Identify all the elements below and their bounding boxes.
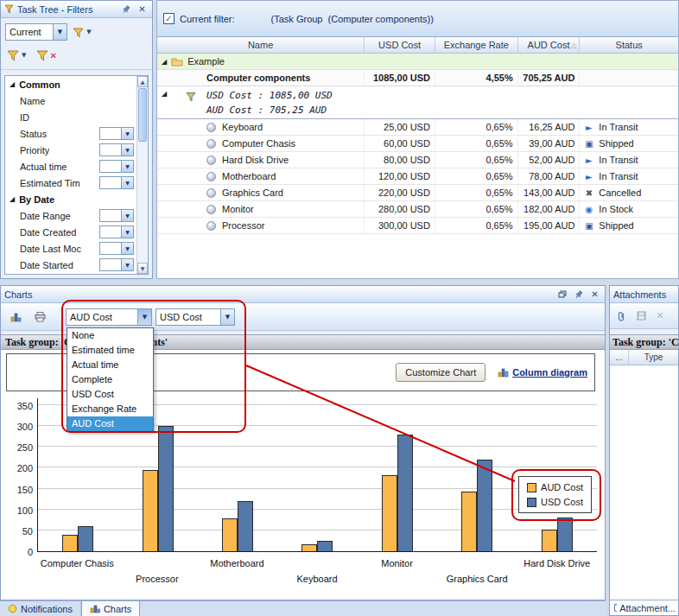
filter-group-header[interactable]: ◢Common <box>5 76 136 92</box>
chevron-down-icon[interactable]: ▼ <box>53 24 67 40</box>
tab-charts[interactable]: Charts <box>81 601 140 616</box>
filter-item-date-started[interactable]: Date Started▼ <box>5 257 136 273</box>
dropdown-option-none[interactable]: None <box>67 328 153 343</box>
filter-item-date-last-moc[interactable]: Date Last Moc▼ <box>5 240 136 257</box>
filter-item-actual-time[interactable]: Actual time▼ <box>5 158 136 175</box>
customize-chart-button[interactable]: Customize Chart <box>396 363 485 382</box>
filter-item-date-range[interactable]: Date Range▼ <box>5 207 136 224</box>
filter-item-combo[interactable]: ▼ <box>99 258 134 271</box>
filter-item-combo[interactable]: ▼ <box>99 209 134 222</box>
task-name: Hard Disk Drive <box>222 155 289 165</box>
close-icon[interactable]: ✕ <box>136 3 149 16</box>
task-row[interactable]: Monitor280,00 USD0,65%182,00 AUD◉In Stoc… <box>157 201 678 218</box>
task-row[interactable]: Processor300,00 USD0,65%195,00 AUD▣Shipp… <box>157 218 678 234</box>
task-row[interactable]: Keyboard25,00 USD0,65%16,25 AUD►In Trans… <box>157 119 678 136</box>
task-row[interactable]: Graphics Card220,00 USD0,65%143,00 AUD✖C… <box>157 185 678 201</box>
filter-item-id[interactable]: ID <box>5 109 136 125</box>
dropdown-option-actual-time[interactable]: Actual time <box>67 358 153 372</box>
column-header-label: Name <box>248 40 273 50</box>
filter-item-combo[interactable]: ▼ <box>99 143 134 156</box>
task-group-summary-row[interactable]: Computer components 1085,00 USD 4,55% 70… <box>157 70 678 86</box>
chevron-down-icon[interactable]: ▼ <box>121 210 133 221</box>
delete-attachment-button[interactable]: ✕ <box>652 307 668 326</box>
task-bullet-icon <box>206 123 216 132</box>
expand-triangle-icon[interactable]: ◢ <box>162 90 167 98</box>
status-cell: ►In Transit <box>580 168 678 184</box>
chevron-down-icon[interactable]: ▼ <box>121 243 133 254</box>
chevron-down-icon[interactable]: ▼ <box>121 128 133 139</box>
series2-combo-value: USD Cost <box>156 309 220 325</box>
grid-body: ◢ Example Computer components 1085,00 US… <box>157 54 678 234</box>
scroll-up-icon[interactable]: ▲ <box>137 76 148 87</box>
pin-icon[interactable] <box>572 288 585 301</box>
disk-icon <box>637 311 646 321</box>
dropdown-option-exchange-rate[interactable]: Exchange Rate <box>67 402 153 416</box>
dropdown-option-estimated-time[interactable]: Estimated time <box>67 343 153 358</box>
bar-aud-cost <box>542 530 557 551</box>
dropdown-option-usd-cost[interactable]: USD Cost <box>67 387 153 402</box>
current-filter-label: Current filter: <box>180 14 235 24</box>
filter-item-name[interactable]: Name <box>5 92 136 109</box>
clear-filter-button[interactable]: ✕ <box>35 46 57 65</box>
tab-notifications[interactable]: Notifications <box>0 601 81 616</box>
apply-filter-button[interactable]: ▼ <box>6 46 27 65</box>
legend-item-aud-cost[interactable]: AUD Cost <box>527 482 583 492</box>
legend-marker <box>527 498 536 507</box>
filter-item-combo[interactable]: ▼ <box>99 176 134 189</box>
filter-funnel-icon <box>4 4 14 14</box>
group-row-example[interactable]: ◢ Example <box>157 54 678 70</box>
dropdown-option-complete[interactable]: Complete <box>67 372 153 387</box>
column-header-exchange-rate[interactable]: Exchange Rate <box>435 37 518 53</box>
close-icon[interactable]: ✕ <box>588 288 601 301</box>
tab-attachments[interactable]: Attachment... <box>610 600 678 615</box>
print-button[interactable] <box>29 308 50 327</box>
series1-combo-value: AUD Cost <box>67 309 137 325</box>
attachment-type-column[interactable]: Type <box>629 350 678 365</box>
chevron-down-icon[interactable]: ▼ <box>121 259 133 270</box>
chevron-down-icon[interactable]: ▼ <box>121 226 133 238</box>
chart-type-button[interactable] <box>5 308 26 327</box>
scrollbar-thumb[interactable] <box>138 88 147 142</box>
filter-item-date-created[interactable]: Date Created▼ <box>5 224 136 240</box>
save-attachment-button[interactable] <box>632 307 650 326</box>
filter-item-status[interactable]: Status▼ <box>5 125 136 142</box>
column-header-usd-cost[interactable]: USD Cost <box>365 37 435 53</box>
attachment-icon-column[interactable]: ... <box>610 350 629 365</box>
column-header-name[interactable]: Name <box>157 37 365 53</box>
filter-item-combo[interactable]: ▼ <box>99 225 134 238</box>
task-row[interactable]: Computer Chasis60,00 USD0,65%39,00 AUD▣S… <box>157 136 678 152</box>
filter-item-combo[interactable]: ▼ <box>99 160 134 173</box>
bar-group-graphics-card <box>437 398 517 551</box>
filter-item-label: Status <box>20 129 47 139</box>
filter-group-header[interactable]: ◢By Date <box>5 191 136 207</box>
task-row[interactable]: Hard Disk Drive80,00 USD0,65%52,00 AUD►I… <box>157 152 678 168</box>
notifications-icon <box>8 604 17 613</box>
filter-item-combo[interactable]: ▼ <box>99 242 134 255</box>
dropdown-option-aud-cost[interactable]: AUD Cost <box>67 416 153 431</box>
chevron-down-icon[interactable]: ▼ <box>137 309 151 325</box>
column-header-aud-cost[interactable]: AUD Cost△ <box>518 37 581 53</box>
filter-item-priority[interactable]: Priority▼ <box>5 142 136 158</box>
current-filter-checkbox[interactable]: ✓ <box>163 13 175 24</box>
chevron-down-icon[interactable]: ▼ <box>121 161 133 172</box>
filter-options-button[interactable]: ▼ <box>72 22 92 41</box>
filter-scrollbar[interactable]: ▲ ▼ <box>136 76 148 274</box>
filter-item-estimated-tim[interactable]: Estimated Tim▼ <box>5 175 136 191</box>
series2-combo[interactable]: USD Cost ▼ <box>155 308 235 326</box>
legend-item-usd-cost[interactable]: USD Cost <box>527 497 583 507</box>
pin-icon[interactable] <box>119 3 132 16</box>
column-header-status[interactable]: Status <box>580 37 678 53</box>
aud-cost-cell: 39,00 AUD <box>518 136 581 151</box>
chevron-down-icon[interactable]: ▼ <box>121 144 133 156</box>
column-diagram-link[interactable]: Column diagram <box>498 367 587 378</box>
filter-item-combo[interactable]: ▼ <box>99 127 134 140</box>
task-row[interactable]: Motherboard120,00 USD0,65%78,00 AUD►In T… <box>157 168 678 185</box>
chevron-down-icon[interactable]: ▼ <box>121 177 133 188</box>
restore-icon[interactable] <box>555 288 568 301</box>
expand-triangle-icon[interactable]: ◢ <box>162 58 167 66</box>
series1-combo[interactable]: AUD Cost ▼ <box>66 308 152 326</box>
scroll-down-icon[interactable]: ▼ <box>137 263 148 274</box>
filter-preset-combo[interactable]: Current ▼ <box>5 23 67 41</box>
chevron-down-icon[interactable]: ▼ <box>220 309 234 325</box>
add-attachment-button[interactable] <box>612 307 630 326</box>
